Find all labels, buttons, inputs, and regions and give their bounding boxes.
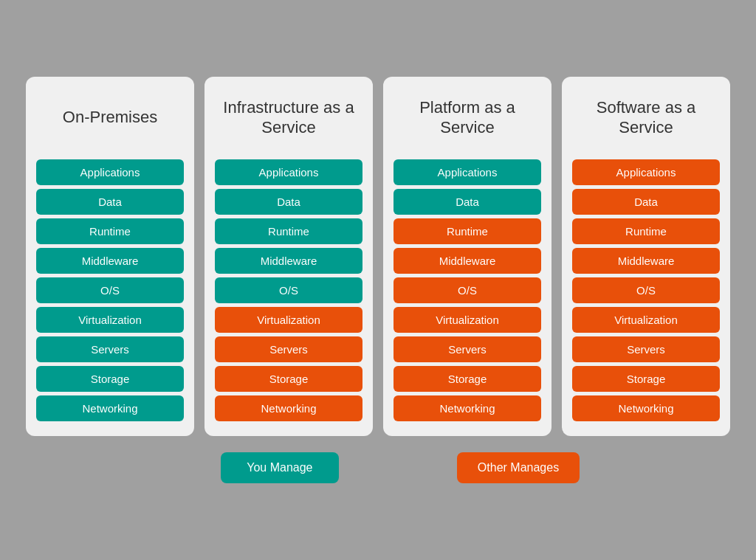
item-badge-virtualization-iaas: Virtualization <box>215 307 362 333</box>
item-badge-middleware-saas: Middleware <box>572 248 720 274</box>
item-badge-applications-saas: Applications <box>572 159 720 185</box>
you-manage-badge: You Manage <box>221 452 339 483</box>
item-badge-data-iaas: Data <box>215 189 362 215</box>
column-title-saas: Software as a Service <box>572 91 720 143</box>
column-saas: Software as a ServiceApplicationsDataRun… <box>562 77 730 436</box>
item-badge-applications-iaas: Applications <box>215 159 362 185</box>
item-badge-o/s-iaas: O/S <box>215 277 362 303</box>
item-badge-virtualization-on-premises: Virtualization <box>36 307 184 333</box>
item-badge-runtime-on-premises: Runtime <box>36 218 184 244</box>
items-list-paas: ApplicationsDataRuntimeMiddlewareO/SVirt… <box>394 159 541 421</box>
columns-row: On-PremisesApplicationsDataRuntimeMiddle… <box>15 77 741 436</box>
item-badge-networking-on-premises: Networking <box>36 395 184 421</box>
item-badge-storage-on-premises: Storage <box>36 366 184 392</box>
item-badge-middleware-iaas: Middleware <box>215 248 362 274</box>
item-badge-networking-paas: Networking <box>394 395 541 421</box>
items-list-on-premises: ApplicationsDataRuntimeMiddlewareO/SVirt… <box>36 159 184 421</box>
item-badge-servers-paas: Servers <box>394 336 541 362</box>
column-paas: Platform as a ServiceApplicationsDataRun… <box>383 77 551 436</box>
item-badge-networking-saas: Networking <box>572 395 720 421</box>
column-title-iaas: Infrastructure as a Service <box>215 91 362 143</box>
item-badge-data-saas: Data <box>572 189 720 215</box>
item-badge-servers-iaas: Servers <box>215 336 362 362</box>
item-badge-middleware-on-premises: Middleware <box>36 248 184 274</box>
item-badge-storage-saas: Storage <box>572 366 720 392</box>
item-badge-runtime-iaas: Runtime <box>215 218 362 244</box>
other-manages-badge: Other Manages <box>457 452 580 483</box>
item-badge-runtime-paas: Runtime <box>394 218 541 244</box>
legend-row: You Manage Other Manages <box>15 452 741 483</box>
item-badge-data-paas: Data <box>394 189 541 215</box>
item-badge-storage-paas: Storage <box>394 366 541 392</box>
item-badge-o/s-saas: O/S <box>572 277 720 303</box>
item-badge-virtualization-saas: Virtualization <box>572 307 720 333</box>
item-badge-applications-on-premises: Applications <box>36 159 184 185</box>
column-on-premises: On-PremisesApplicationsDataRuntimeMiddle… <box>26 77 194 436</box>
column-iaas: Infrastructure as a ServiceApplicationsD… <box>205 77 373 436</box>
item-badge-applications-paas: Applications <box>394 159 541 185</box>
item-badge-servers-saas: Servers <box>572 336 720 362</box>
item-badge-o/s-on-premises: O/S <box>36 277 184 303</box>
items-list-iaas: ApplicationsDataRuntimeMiddlewareO/SVirt… <box>215 159 362 421</box>
item-badge-data-on-premises: Data <box>36 189 184 215</box>
item-badge-storage-iaas: Storage <box>215 366 362 392</box>
main-container: On-PremisesApplicationsDataRuntimeMiddle… <box>0 62 756 498</box>
item-badge-servers-on-premises: Servers <box>36 336 184 362</box>
items-list-saas: ApplicationsDataRuntimeMiddlewareO/SVirt… <box>572 159 720 421</box>
item-badge-virtualization-paas: Virtualization <box>394 307 541 333</box>
item-badge-networking-iaas: Networking <box>215 395 362 421</box>
item-badge-o/s-paas: O/S <box>394 277 541 303</box>
column-title-paas: Platform as a Service <box>394 91 541 143</box>
column-title-on-premises: On-Premises <box>63 91 157 143</box>
item-badge-runtime-saas: Runtime <box>572 218 720 244</box>
item-badge-middleware-paas: Middleware <box>394 248 541 274</box>
